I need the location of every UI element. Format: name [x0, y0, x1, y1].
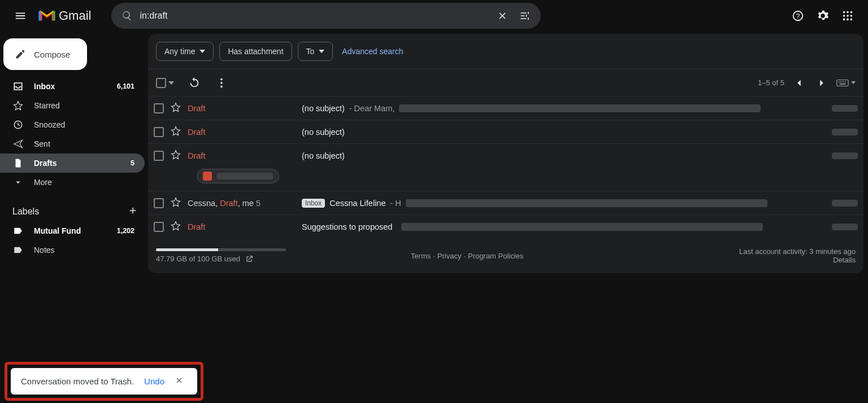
sidebar-item-snoozed[interactable]: Snoozed: [0, 115, 145, 134]
svg-rect-0: [38, 11, 41, 20]
svg-text:?: ?: [796, 12, 800, 20]
close-icon[interactable]: [175, 376, 184, 387]
activity: Last account activity: 3 minutes ago Det…: [739, 247, 856, 264]
mail-date: [824, 224, 858, 230]
mail-from: Draft: [188, 128, 295, 137]
clock-icon: [12, 120, 24, 130]
next-page-icon[interactable]: [814, 75, 830, 91]
gmail-logo[interactable]: Gmail: [38, 8, 91, 23]
sidebar-item-starred[interactable]: Starred: [0, 96, 145, 115]
search-input[interactable]: [138, 10, 491, 21]
star-icon[interactable]: [171, 126, 181, 138]
file-icon: [12, 158, 24, 168]
star-icon[interactable]: [171, 102, 181, 114]
toast-highlight: Conversation moved to Trash. Undo: [5, 362, 203, 401]
compose-button[interactable]: Compose: [3, 38, 87, 70]
mail-from: Draft: [188, 151, 295, 160]
help-icon[interactable]: ?: [787, 5, 809, 27]
svg-rect-22: [840, 83, 846, 84]
label-item-mutual-fund[interactable]: Mutual Fund 1,202: [0, 221, 145, 240]
mail-from: Draft: [188, 104, 295, 113]
more-icon[interactable]: [215, 76, 228, 90]
advanced-search-link[interactable]: Advanced search: [342, 47, 403, 56]
filter-anytime[interactable]: Any time: [156, 42, 214, 61]
filter-hasattachment[interactable]: Has attachment: [219, 42, 292, 61]
svg-point-11: [847, 19, 849, 21]
checkbox-icon[interactable]: [154, 222, 164, 232]
mail-date: [824, 129, 858, 135]
sidebar-item-more[interactable]: More: [0, 173, 145, 192]
prev-page-icon[interactable]: [791, 75, 807, 91]
svg-point-8: [847, 15, 849, 17]
storage: 47.79 GB of 100 GB used: [156, 248, 303, 264]
label-text: Mutual Fund: [34, 226, 81, 235]
star-icon: [12, 100, 24, 111]
checkbox-icon: [156, 78, 166, 88]
input-tools-icon[interactable]: [836, 79, 856, 87]
mail-subject: (no subject): [302, 128, 817, 137]
attachment-row: [148, 167, 863, 191]
main-panel: Any time Has attachment To Advanced sear…: [148, 34, 863, 273]
clear-icon[interactable]: [491, 10, 514, 21]
refresh-icon[interactable]: [188, 76, 201, 90]
sidebar-item-inbox[interactable]: Inbox 6,101: [0, 77, 145, 96]
attachment-chip[interactable]: [197, 169, 279, 183]
svg-point-14: [220, 78, 223, 80]
mail-row[interactable]: Cessna, Draft, me 5 Inbox Cessna Lifelin…: [148, 191, 863, 214]
terms-link[interactable]: Terms: [411, 252, 431, 260]
sidebar-item-drafts[interactable]: Drafts 5: [0, 154, 145, 173]
checkbox-icon[interactable]: [154, 127, 164, 137]
svg-point-6: [850, 11, 853, 14]
star-icon[interactable]: [171, 197, 181, 209]
mail-subject: (no subject) - Dear Mam,: [302, 104, 817, 113]
mail-row[interactable]: Draft Suggestions to proposed: [148, 214, 863, 238]
mail-subject: Inbox Cessna Lifeline - H: [302, 199, 817, 208]
svg-point-7: [843, 15, 845, 17]
search-bar[interactable]: [111, 3, 541, 29]
mail-row[interactable]: Draft (no subject) - Dear Mam,: [148, 96, 863, 120]
svg-rect-21: [845, 81, 846, 82]
footer: 47.79 GB of 100 GB used Terms · Privacy …: [148, 238, 863, 273]
checkbox-icon[interactable]: [154, 198, 164, 208]
footer-links: Terms · Privacy · Program Policies: [411, 252, 524, 260]
add-label-icon[interactable]: [128, 205, 138, 218]
compose-label: Compose: [34, 50, 70, 59]
gmail-icon: [38, 10, 55, 22]
filter-to[interactable]: To: [298, 42, 333, 61]
svg-rect-17: [837, 80, 848, 86]
filter-to-label: To: [306, 47, 315, 56]
mail-row[interactable]: Draft (no subject): [148, 143, 863, 167]
star-icon[interactable]: [171, 221, 181, 233]
mail-subject: Suggestions to proposed: [302, 222, 817, 231]
gear-icon[interactable]: [811, 5, 834, 27]
chevron-icon: [12, 177, 24, 187]
policies-link[interactable]: Program Policies: [468, 252, 523, 260]
tune-icon[interactable]: [514, 10, 536, 21]
undo-button[interactable]: Undo: [144, 376, 164, 386]
select-all[interactable]: [156, 78, 174, 88]
mail-date: [824, 105, 858, 112]
search-icon[interactable]: [116, 10, 138, 21]
open-in-new-icon[interactable]: [245, 255, 254, 264]
svg-rect-18: [839, 81, 840, 82]
last-activity: Last account activity: 3 minutes ago: [739, 247, 856, 256]
label-icon: [12, 226, 24, 236]
svg-point-4: [843, 11, 845, 14]
storage-text: 47.79 GB of 100 GB used: [156, 255, 240, 263]
apps-icon[interactable]: [836, 5, 859, 27]
privacy-link[interactable]: Privacy: [437, 252, 462, 260]
mail-row[interactable]: Draft (no subject): [148, 120, 863, 143]
checkbox-icon[interactable]: [154, 103, 164, 113]
details-link[interactable]: Details: [739, 256, 856, 264]
sidebar-item-sent[interactable]: Sent: [0, 134, 145, 154]
label-item-notes[interactable]: Notes: [0, 240, 145, 260]
sidebar-item-label: Sent: [34, 139, 50, 148]
mail-from: Draft: [188, 222, 295, 231]
labels-title: Labels: [12, 207, 39, 217]
star-icon[interactable]: [171, 150, 181, 161]
sidebar-item-label: Inbox: [34, 82, 55, 91]
hamburger-icon[interactable]: [9, 5, 32, 27]
svg-rect-20: [843, 81, 844, 82]
checkbox-icon[interactable]: [154, 151, 164, 161]
sent-icon: [12, 139, 24, 149]
